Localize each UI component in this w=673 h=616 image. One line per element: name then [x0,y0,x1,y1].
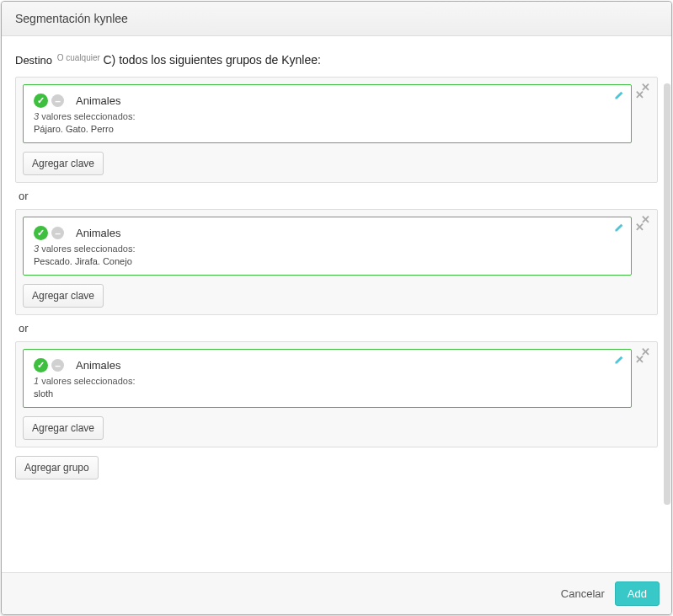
key-values: Pájaro. Gato. Perro [34,124,621,134]
exclude-minus-icon[interactable]: – [51,94,64,107]
close-key-icon[interactable]: ✕ [632,351,648,367]
include-check-icon[interactable]: ✓ [34,94,48,108]
edit-key-icon[interactable] [613,90,624,104]
segment-group: ✕ ✕ ✓ – Animales 3 valores seleccionados… [15,209,658,315]
key-count: 3 valores seleccionados: [34,111,621,121]
add-key-button[interactable]: Agregar clave [23,152,104,175]
exclude-minus-icon[interactable]: – [51,227,64,239]
key-name: Animales [76,359,120,372]
include-check-icon[interactable]: ✓ [34,358,48,372]
add-key-row: Agregar clave [23,284,650,308]
close-key-icon[interactable]: ✕ [632,219,648,235]
add-group-button[interactable]: Agregar grupo [15,456,99,479]
destino-label: Destino [15,54,52,67]
segment-group: ✕ ✕ ✓ – Animales 3 valores seleccionados… [15,77,658,183]
include-check-icon[interactable]: ✓ [34,226,48,240]
destino-line: Destino O cualquier C) todos los siguien… [15,53,658,67]
key-values: sloth [34,388,621,399]
key-count-suffix: valores seleccionados: [39,376,135,386]
key-header: ✓ – Animales [34,94,621,108]
or-separator: or [19,190,658,202]
edit-key-icon[interactable] [613,222,624,236]
modal-footer: Cancelar Add [2,572,671,614]
key-card: ✕ ✓ – Animales 3 valores seleccionados: … [23,217,632,276]
scrollbar-track[interactable] [664,83,670,505]
key-header: ✓ – Animales [34,226,621,240]
add-key-button[interactable]: Agregar clave [23,284,104,308]
destino-rest: C) todos los siguientes grupos de Kynlee… [103,53,320,67]
add-group-row: Agregar grupo [15,456,658,479]
key-count-suffix: valores seleccionados: [39,244,135,254]
segment-group: ✕ ✕ ✓ – Animales 1 valores seleccionados… [15,341,658,447]
add-key-row: Agregar clave [23,152,650,175]
edit-key-icon[interactable] [613,355,624,368]
close-key-icon[interactable]: ✕ [632,87,648,103]
scrollbar-thumb[interactable] [664,83,670,505]
modal-body: Destino O cualquier C) todos los siguien… [2,36,671,572]
segmentation-modal: Segmentación kynlee Destino O cualquier … [1,1,672,615]
modal-title: Segmentación kynlee [15,12,658,25]
or-separator: or [19,322,658,335]
exclude-minus-icon[interactable]: – [51,359,64,372]
key-header: ✓ – Animales [34,358,621,372]
add-key-row: Agregar clave [23,416,650,440]
destino-superscript: O cualquier [57,53,100,62]
add-key-button[interactable]: Agregar clave [23,416,104,440]
modal-header: Segmentación kynlee [2,2,671,36]
key-count: 3 valores seleccionados: [34,244,621,254]
cancel-button[interactable]: Cancelar [558,582,608,605]
key-name: Animales [76,94,120,107]
key-name: Animales [76,227,120,239]
add-button[interactable]: Add [615,581,660,606]
key-count-suffix: valores seleccionados: [39,111,135,121]
key-card: ✕ ✓ – Animales 1 valores seleccionados: … [23,349,632,408]
key-card: ✕ ✓ – Animales 3 valores seleccionados: … [23,84,632,143]
key-count: 1 valores seleccionados: [34,376,621,386]
key-values: Pescado. Jirafa. Conejo [34,256,621,266]
